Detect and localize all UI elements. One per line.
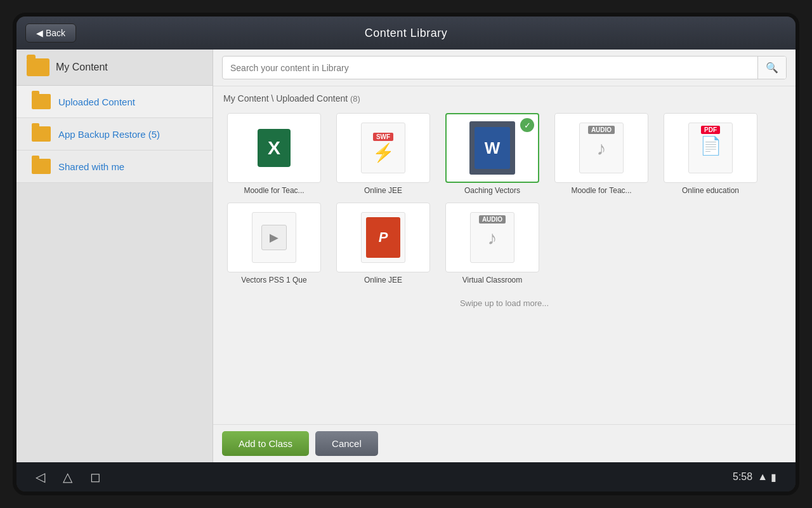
content-label: Moodle for Teac...	[571, 186, 631, 195]
status-bar: 5:58 ▲ ▮	[733, 471, 776, 483]
android-home-icon[interactable]: △	[63, 469, 72, 485]
sidebar-item-shared[interactable]: Shared with me	[16, 150, 213, 183]
content-thumb-excel: X	[227, 113, 321, 183]
sidebar-item-label-shared: Shared with me	[58, 161, 124, 172]
ppt-icon: P	[361, 212, 405, 263]
breadcrumb-row: My Content \ Uploaded Content (8)	[213, 86, 796, 108]
battery-icon: ▮	[771, 471, 776, 483]
tablet-frame: ◀ Back Content Library My Content Upload…	[13, 13, 799, 495]
add-to-class-button[interactable]: Add to Class	[222, 431, 309, 456]
content-label: Online education	[682, 186, 739, 195]
content-thumb-pdf: PDF 📄	[664, 113, 757, 183]
video-icon: ▶	[252, 212, 296, 263]
content-thumb-ppt: P	[336, 203, 430, 272]
android-nav-bar: ◁ △ ◻ 5:58 ▲ ▮	[16, 462, 796, 491]
grid-row-2: ▶ Vectors PSS 1 Que P	[223, 203, 785, 284]
list-item[interactable]: PDF 📄 Online education	[660, 113, 761, 195]
content-label: Vectors PSS 1 Que	[241, 276, 306, 284]
swipe-hint: Swipe up to load more...	[223, 292, 785, 312]
folder-icon	[27, 58, 49, 76]
status-time: 5:58	[733, 471, 752, 483]
items-grid: X Moodle for Teac... SWF ⚡ Online JEE	[213, 108, 796, 424]
swf-icon: SWF ⚡	[361, 123, 405, 173]
pdf-icon: PDF 📄	[688, 123, 733, 173]
audio-icon: AUDIO ♪	[579, 123, 624, 173]
sidebar: My Content Uploaded Content App Backup R…	[16, 50, 213, 462]
content-label: Moodle for Teac...	[244, 186, 304, 195]
content-thumb-word: W ✓	[445, 113, 539, 183]
list-item[interactable]: W ✓ Oaching Vectors	[442, 113, 543, 195]
list-item[interactable]: AUDIO ♪ Virtual Classroom	[442, 203, 543, 284]
sidebar-root-item[interactable]: My Content	[16, 50, 213, 86]
title-bar: ◀ Back Content Library	[16, 17, 796, 50]
footer-buttons: Add to Class Cancel	[213, 424, 796, 462]
word-icon: W	[469, 121, 515, 175]
search-icon[interactable]: 🔍	[757, 57, 786, 79]
audio-icon-2: AUDIO ♪	[470, 212, 514, 263]
sidebar-item-backup[interactable]: App Backup Restore (5)	[16, 118, 213, 150]
breadcrumb: My Content \ Uploaded Content (8)	[223, 93, 360, 104]
content-thumb-video: ▶	[227, 203, 321, 272]
android-nav-icons: ◁ △ ◻	[36, 469, 101, 485]
content-label: Online JEE	[364, 186, 402, 195]
status-icons: ▲ ▮	[757, 471, 776, 483]
ppt-logo: P	[366, 217, 400, 258]
search-input[interactable]	[223, 57, 757, 79]
main-content: My Content Uploaded Content App Backup R…	[16, 50, 796, 462]
sidebar-root-label: My Content	[56, 62, 108, 73]
list-item[interactable]: AUDIO ♪ Moodle for Teac...	[551, 113, 652, 195]
content-label: Virtual Classroom	[462, 276, 522, 284]
grid-row-1: X Moodle for Teac... SWF ⚡ Online JEE	[223, 113, 785, 195]
excel-icon: X	[258, 129, 291, 167]
sidebar-item-label-uploaded: Uploaded Content	[58, 97, 135, 107]
list-item[interactable]: ▶ Vectors PSS 1 Que	[223, 203, 325, 284]
folder-icon-sm	[32, 94, 51, 109]
search-input-wrap: 🔍	[222, 56, 787, 79]
folder-icon-sm-shared	[32, 159, 51, 174]
sidebar-item-label-backup: App Backup Restore (5)	[58, 129, 160, 140]
content-area: 🔍 My Content \ Uploaded Content (8) X	[213, 50, 796, 462]
content-thumb-audio: AUDIO ♪	[554, 113, 648, 183]
folder-icon-sm-backup	[32, 126, 51, 142]
list-item[interactable]: SWF ⚡ Online JEE	[332, 113, 434, 195]
list-item[interactable]: P Online JEE	[332, 203, 434, 284]
search-bar-row: 🔍	[213, 50, 796, 86]
sidebar-item-uploaded[interactable]: Uploaded Content	[16, 86, 213, 118]
content-label: Online JEE	[364, 276, 402, 284]
android-recents-icon[interactable]: ◻	[90, 469, 101, 485]
content-label: Oaching Vectors	[464, 186, 520, 195]
content-thumb-swf: SWF ⚡	[336, 113, 430, 183]
word-logo: W	[475, 127, 510, 169]
wifi-icon: ▲	[757, 471, 768, 483]
check-badge: ✓	[520, 118, 534, 132]
content-thumb-audio2: AUDIO ♪	[445, 203, 539, 272]
back-button[interactable]: ◀ Back	[25, 23, 76, 43]
cancel-button[interactable]: Cancel	[315, 431, 378, 456]
page-title: Content Library	[365, 27, 448, 40]
video-play-icon: ▶	[261, 225, 287, 250]
android-back-icon[interactable]: ◁	[36, 469, 45, 485]
list-item[interactable]: X Moodle for Teac...	[223, 113, 325, 195]
